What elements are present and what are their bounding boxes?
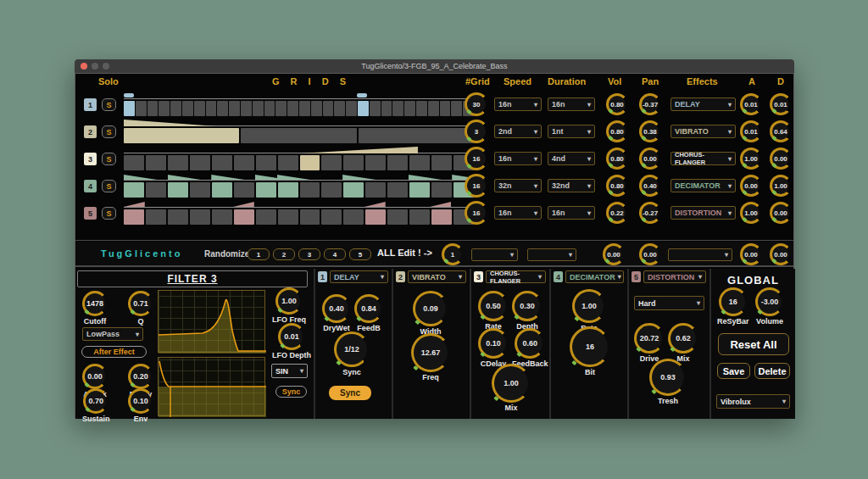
cutoff-knob[interactable]: 1478Cutoff (82, 291, 108, 326)
after-effect-button[interactable]: After Effect (81, 346, 147, 358)
cdelay-knob[interactable]: 0.10CDelay (478, 328, 509, 368)
step-cell[interactable] (217, 101, 228, 116)
step-cell[interactable] (409, 155, 430, 170)
step-cell[interactable] (168, 209, 188, 225)
step-cell[interactable] (370, 101, 381, 116)
step-cell[interactable] (409, 209, 430, 225)
randomize-track-2-button[interactable]: 2 (273, 248, 295, 260)
edit-vol-knob[interactable]: 0.00 (603, 243, 625, 265)
step-cell[interactable] (365, 182, 386, 198)
step-cell[interactable] (147, 101, 159, 116)
step-cell[interactable] (229, 101, 240, 116)
step-cell[interactable] (431, 209, 452, 225)
effects-select[interactable]: VIBRATO▾ (408, 270, 466, 283)
attack-amt-knob[interactable]: 0.01 (740, 120, 762, 142)
step-cell[interactable] (311, 101, 322, 116)
step-cell[interactable] (170, 101, 181, 116)
step-cell[interactable] (404, 101, 415, 116)
step-cell[interactable] (212, 155, 232, 170)
rate-knob[interactable]: 0.50Rate (478, 291, 509, 331)
step-cell[interactable] (343, 182, 364, 198)
step-cell[interactable] (234, 182, 254, 198)
step-cell[interactable] (190, 155, 210, 170)
step-cell[interactable] (334, 101, 345, 116)
step-cell[interactable] (359, 128, 474, 143)
attack-amt-knob[interactable]: 0.00 (740, 175, 762, 197)
zoom-icon[interactable] (103, 63, 109, 70)
step-cell[interactable] (256, 155, 276, 170)
step-cell[interactable] (159, 101, 170, 116)
solo-button[interactable]: S (102, 125, 116, 138)
sync-knob[interactable]: 1/12Sync (334, 331, 370, 376)
grid-count-knob[interactable]: 16 (465, 201, 488, 225)
step-cell[interactable] (206, 101, 217, 116)
solo-button[interactable]: S (102, 153, 116, 165)
step-cell[interactable] (136, 101, 147, 116)
effects-select[interactable]: CHORUS-FLANGER▾ (670, 152, 736, 165)
attack-amt-knob[interactable]: 1.00 (740, 202, 762, 224)
track-number-chip[interactable]: 5 (84, 207, 97, 220)
pan-knob[interactable]: 0.38 (639, 120, 661, 142)
width-knob[interactable]: 0.09Width (413, 291, 448, 336)
vol-knob[interactable]: 0.22 (606, 202, 628, 224)
step-cell[interactable] (146, 209, 166, 225)
lfo-freq-knob[interactable]: 1.00LFO Freq (272, 287, 306, 324)
step-cell[interactable] (287, 101, 298, 116)
delay-sync-button[interactable]: Sync (329, 386, 371, 400)
effects-select[interactable]: DECIMATOR▾ (670, 179, 736, 192)
edit-effects-select[interactable]: ▾ (668, 248, 732, 261)
grid-count-knob[interactable]: 16 (465, 147, 488, 170)
env-knob[interactable]: 0.10Env (128, 388, 153, 423)
step-cell[interactable] (321, 209, 342, 225)
grid-count-knob[interactable]: 30 (465, 92, 488, 116)
step-cell[interactable] (241, 101, 252, 116)
edit-decay-knob[interactable]: 0.00 (770, 243, 792, 265)
grid-count-knob[interactable]: 3 (465, 120, 488, 143)
grid-count-knob[interactable]: 16 (465, 174, 488, 198)
step-cell[interactable] (431, 182, 452, 198)
speed-select[interactable]: 16n▾ (494, 97, 542, 111)
vol-knob[interactable]: 0.80 (606, 148, 628, 170)
step-cell[interactable] (234, 209, 254, 225)
duration-select[interactable]: 32nd▾ (548, 179, 595, 192)
step-cell[interactable] (409, 182, 430, 198)
decay-amt-knob[interactable]: 0.64 (770, 120, 792, 142)
step-cell[interactable] (241, 128, 356, 143)
decay-amt-knob[interactable]: 0.01 (770, 93, 792, 115)
pan-knob[interactable]: -0.37 (639, 93, 661, 115)
minimize-icon[interactable] (92, 63, 98, 70)
step-cell[interactable] (416, 101, 427, 116)
step-cell[interactable] (321, 155, 342, 170)
titlebar[interactable]: TugGlicento/3-FGB_95_A_Celebrate_Bass (75, 59, 794, 73)
decay-amt-knob[interactable]: 0.00 (770, 202, 792, 224)
step-cell[interactable] (381, 101, 392, 116)
speed-select[interactable]: 32n▾ (494, 179, 542, 192)
duration-select[interactable]: 16n▾ (548, 97, 595, 111)
step-cell[interactable] (182, 101, 193, 116)
attack-amt-knob[interactable]: 1.00 (740, 148, 762, 170)
step-cell[interactable] (168, 155, 188, 170)
track-number-chip[interactable]: 1 (84, 98, 97, 111)
mix-knob[interactable]: 0.62Mix (668, 323, 698, 363)
pan-knob[interactable]: 0.40 (639, 175, 661, 197)
edit-grid-knob[interactable]: 1 (442, 243, 464, 265)
lfo-wave-select[interactable]: SIN▾ (271, 364, 308, 378)
effects-select[interactable]: DELAY▾ (330, 270, 388, 283)
close-icon[interactable] (81, 63, 87, 70)
step-cell[interactable] (190, 209, 210, 225)
effects-select[interactable]: DELAY▾ (670, 97, 736, 111)
mix-knob[interactable]: 1.00Mix (492, 364, 531, 412)
volume-knob[interactable]: -3.00Volume (755, 287, 784, 326)
decay-amt-knob[interactable]: 1.00 (770, 175, 792, 197)
step-cell[interactable] (146, 182, 166, 198)
step-cell[interactable] (194, 101, 205, 116)
step-cell[interactable] (146, 155, 166, 170)
step-cell[interactable] (299, 101, 310, 116)
step-cell[interactable] (387, 155, 408, 170)
duration-select[interactable]: 16n▾ (548, 206, 595, 220)
feedback-knob[interactable]: 0.60FeedBack (512, 328, 548, 368)
step-cell[interactable] (365, 155, 386, 170)
randomize-track-4-button[interactable]: 4 (324, 248, 346, 260)
solo-button[interactable]: S (102, 207, 116, 220)
step-cell[interactable] (212, 182, 232, 198)
